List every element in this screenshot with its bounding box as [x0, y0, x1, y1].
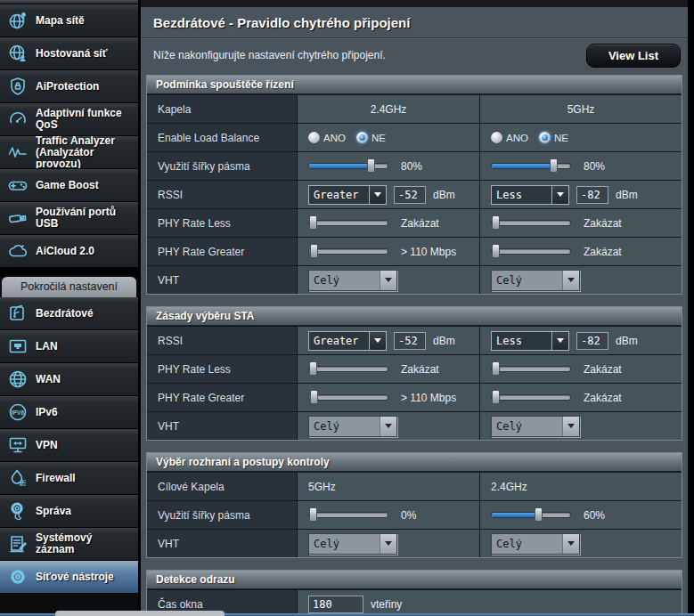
- slider-track[interactable]: [308, 394, 388, 401]
- slider-handle[interactable]: [309, 361, 317, 376]
- phy-greater-slider-24[interactable]: > 110 Mbps: [308, 392, 456, 404]
- sidebar-item-usb[interactable]: Používání portů USB: [0, 202, 138, 235]
- radio-option-ano[interactable]: ANO: [308, 132, 346, 143]
- vht-select-2[interactable]: Celý: [491, 533, 580, 555]
- sidebar-item-guest-network[interactable]: Hostovaná síť: [0, 37, 138, 70]
- slider-handle[interactable]: [310, 390, 318, 404]
- radio-option-ano[interactable]: ANO: [491, 132, 528, 143]
- slider-handle[interactable]: [310, 244, 318, 258]
- slider-track[interactable]: [308, 512, 388, 518]
- vht-select-5[interactable]: Celý: [491, 270, 580, 291]
- sidebar-item-admin[interactable]: Správa: [0, 495, 138, 528]
- radio-icon-checked[interactable]: [356, 132, 368, 143]
- sidebar-item-vpn[interactable]: VPN: [0, 429, 138, 462]
- load-balance-radio-group-5: ANO NE: [491, 132, 568, 143]
- chevron-down-icon[interactable]: [562, 271, 579, 290]
- phy-greater-slider-5[interactable]: Zakázat: [491, 246, 622, 258]
- rssi-value-input-5[interactable]: [576, 186, 608, 204]
- chevron-down-icon[interactable]: [562, 534, 579, 554]
- rssi-operator-select-24[interactable]: Greater: [308, 331, 387, 351]
- wireless-icon: [7, 303, 29, 324]
- sidebar-item-aiprotection[interactable]: AiProtection: [0, 70, 138, 103]
- slider-handle[interactable]: [492, 215, 500, 230]
- sidebar-item-aicloud[interactable]: AiCloud 2.0: [0, 235, 138, 268]
- vht-select-5[interactable]: Celý: [491, 416, 580, 437]
- bandwidth-slider-24[interactable]: 80%: [308, 160, 422, 173]
- slider-handle[interactable]: [309, 507, 317, 522]
- sidebar-item-traffic-analyzer[interactable]: Traffic Analyzer (Analyzátor provozu): [0, 136, 138, 169]
- slider-handle[interactable]: [309, 215, 317, 230]
- section-trigger-condition: Podmínka spouštěče řízení Kapela 2.4GHz …: [146, 75, 682, 295]
- select-value: Greater: [309, 186, 369, 204]
- rssi-operator-select-5[interactable]: Less: [491, 331, 569, 351]
- rssi-value-input-24[interactable]: [394, 332, 426, 350]
- sidebar-item-ipv6[interactable]: IPV6 IPv6: [0, 396, 138, 429]
- slider-track[interactable]: [491, 163, 571, 169]
- slider-handle[interactable]: [492, 361, 500, 376]
- rssi-operator-select-5[interactable]: Less: [491, 185, 569, 205]
- chevron-down-icon[interactable]: [380, 534, 396, 554]
- slider-handle[interactable]: [492, 244, 500, 258]
- sidebar-item-lan[interactable]: LAN: [0, 330, 138, 363]
- chevron-down-icon[interactable]: [369, 186, 386, 204]
- phy-greater-slider-5[interactable]: Zakázat: [491, 392, 622, 404]
- slider-track[interactable]: [308, 248, 388, 255]
- sidebar-item-network-map[interactable]: Mapa sítě: [0, 4, 138, 37]
- vht-select-24[interactable]: Celý: [308, 416, 397, 437]
- dbm-unit: dBm: [616, 189, 638, 201]
- slider-handle[interactable]: [492, 390, 500, 404]
- dbm-unit: dBm: [433, 189, 455, 201]
- radio-option-ne[interactable]: NE: [356, 132, 386, 143]
- sidebar-item-wireless[interactable]: Bezdrátové: [0, 297, 138, 330]
- slider-track[interactable]: [491, 394, 571, 401]
- sidebar-item-wan[interactable]: WAN: [0, 363, 138, 396]
- vht-select-1[interactable]: Celý: [308, 533, 397, 555]
- slider-track[interactable]: [491, 366, 571, 372]
- view-list-button[interactable]: View List: [586, 44, 681, 68]
- phy-less-slider-24[interactable]: Zakázat: [308, 363, 439, 376]
- sidebar-item-game-boost[interactable]: Game Boost: [0, 169, 138, 202]
- rssi-value-input-24[interactable]: [394, 186, 426, 204]
- phy-less-slider-5[interactable]: Zakázat: [491, 217, 622, 230]
- bandwidth-slider-5[interactable]: 80%: [491, 160, 605, 173]
- bandwidth-slider-2[interactable]: 60%: [491, 509, 605, 522]
- phy-less-slider-24[interactable]: Zakázat: [308, 217, 439, 230]
- select-value: Greater: [309, 332, 369, 350]
- slider-handle[interactable]: [367, 158, 375, 173]
- rssi-operator-select-24[interactable]: Greater: [308, 185, 387, 205]
- phy-less-slider-5[interactable]: Zakázat: [491, 363, 622, 376]
- rssi-value-input-5[interactable]: [576, 332, 608, 350]
- bandwidth-slider-1[interactable]: 0%: [308, 509, 416, 522]
- chevron-down-icon[interactable]: [551, 332, 568, 350]
- vht-select-24[interactable]: Celý: [308, 270, 397, 291]
- window-time-input[interactable]: [308, 596, 363, 613]
- radio-icon[interactable]: [308, 132, 320, 143]
- chevron-down-icon[interactable]: [380, 271, 396, 290]
- firewall-icon: [7, 467, 29, 489]
- chevron-down-icon[interactable]: [562, 417, 579, 436]
- select-value: Less: [492, 332, 551, 350]
- phy-greater-slider-24[interactable]: > 110 Mbps: [308, 246, 456, 258]
- chevron-down-icon[interactable]: [369, 332, 386, 350]
- sidebar-item-network-tools[interactable]: Síťové nástroje: [0, 561, 138, 594]
- slider-track[interactable]: [491, 248, 571, 255]
- slider-handle[interactable]: [550, 158, 558, 173]
- radio-icon-checked[interactable]: [539, 132, 551, 143]
- sidebar-item-syslog[interactable]: Systémový záznam: [0, 528, 138, 561]
- slider-handle[interactable]: [535, 507, 543, 522]
- slider-track[interactable]: [308, 220, 388, 226]
- slider-track[interactable]: [308, 366, 388, 372]
- slider-track[interactable]: [491, 220, 571, 226]
- sidebar-item-firewall[interactable]: Firewall: [0, 462, 138, 495]
- radio-icon[interactable]: [491, 132, 502, 143]
- chevron-down-icon[interactable]: [380, 417, 396, 436]
- slider-track[interactable]: [491, 512, 571, 518]
- chevron-down-icon[interactable]: [551, 186, 568, 204]
- slider-track[interactable]: [308, 163, 388, 169]
- sidebar-item-qos[interactable]: Adaptivní funkce QoS: [0, 103, 138, 136]
- syslog-icon: [7, 533, 29, 555]
- radio-option-ne[interactable]: NE: [539, 132, 568, 143]
- content-top-strip: [141, 0, 688, 7]
- sidebar-item-label: IPv6: [36, 407, 58, 418]
- table-row-vht: VHT Celý Celý: [147, 529, 682, 557]
